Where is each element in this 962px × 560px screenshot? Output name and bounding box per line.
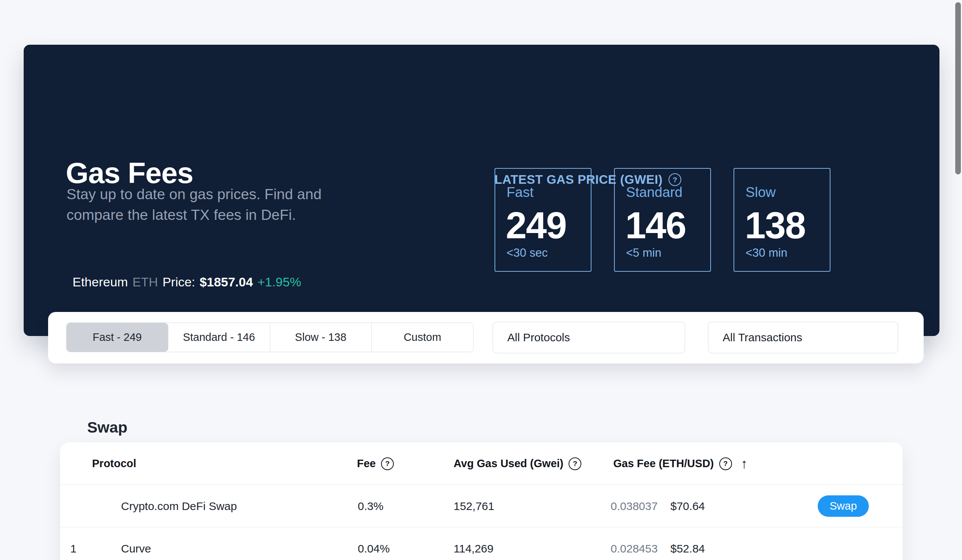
column-header-gas-fee[interactable]: Gas Fee (ETH/USD) ? ↑	[613, 442, 748, 485]
cell-avg-gas-used: 114,269	[454, 527, 493, 560]
gas-card-label: Slow	[746, 184, 776, 200]
transactions-dropdown-value: All Transactions	[723, 331, 802, 344]
column-header-fee: Fee ?	[357, 442, 394, 485]
column-label: Protocol	[92, 457, 136, 470]
eth-symbol: ETH	[132, 275, 158, 289]
cell-gas-fee-eth: 0.028453	[611, 527, 658, 560]
cell-gas-fee-usd: $70.64	[670, 485, 705, 527]
tab-standard[interactable]: Standard - 146	[168, 323, 270, 352]
gas-card-time: <30 sec	[507, 246, 547, 260]
protocols-dropdown[interactable]: All Protocols	[493, 322, 685, 353]
column-label: Avg Gas Used (Gwei)	[454, 457, 563, 470]
gas-price-cards: Fast 249 <30 sec Standard 146 <5 min Slo…	[494, 168, 830, 272]
column-label: Fee	[357, 457, 376, 470]
sort-ascending-icon[interactable]: ↑	[741, 456, 748, 472]
gas-card-value: 146	[625, 207, 686, 244]
eth-name: Ethereum	[73, 275, 128, 289]
gas-card-label: Standard	[626, 184, 683, 200]
cell-avg-gas-used: 152,761	[454, 485, 494, 527]
speed-tabs: Fast - 249 Standard - 146 Slow - 138 Cus…	[66, 323, 473, 352]
column-header-avg-gas-used: Avg Gas Used (Gwei) ?	[454, 442, 581, 485]
cell-fee: 0.04%	[358, 527, 390, 560]
transactions-dropdown[interactable]: All Transactions	[708, 322, 898, 353]
page-title: Gas Fees	[66, 158, 193, 187]
table-header-row: Protocol Fee ? Avg Gas Used (Gwei) ? Gas…	[60, 442, 902, 485]
page-subtitle: Stay up to date on gas prices. Find and …	[66, 184, 322, 225]
scrollbar-thumb[interactable]	[955, 2, 961, 174]
eth-price-change: +1.95%	[257, 275, 301, 289]
cell-protocol: Curve	[121, 527, 151, 560]
help-icon[interactable]: ?	[568, 457, 581, 470]
help-icon[interactable]: ?	[719, 457, 732, 470]
cell-rank: 1	[70, 527, 77, 560]
eth-price-line: Ethereum ETH Price: $1857.04 +1.95%	[73, 275, 301, 289]
eth-price-value: $1857.04	[200, 275, 253, 289]
gas-card-standard: Standard 146 <5 min	[614, 168, 711, 272]
gas-card-value: 249	[506, 207, 566, 244]
price-label: Price:	[162, 275, 195, 289]
tab-slow[interactable]: Slow - 138	[270, 323, 372, 352]
tab-fast[interactable]: Fast - 249	[66, 323, 168, 352]
cell-fee: 0.3%	[358, 485, 383, 527]
protocols-dropdown-value: All Protocols	[507, 331, 570, 344]
gas-card-label: Fast	[507, 184, 534, 200]
swap-table: Protocol Fee ? Avg Gas Used (Gwei) ? Gas…	[60, 442, 902, 560]
hero-panel: Gas Fees Stay up to date on gas prices. …	[24, 45, 939, 336]
cell-protocol: Crypto.com DeFi Swap	[121, 485, 237, 527]
gas-card-slow: Slow 138 <30 min	[734, 168, 830, 272]
subtitle-line-2: compare the latest TX fees in DeFi.	[66, 205, 322, 225]
cell-gas-fee-eth: 0.038037	[611, 485, 658, 527]
section-title-swap: Swap	[87, 419, 128, 436]
gas-card-value: 138	[745, 207, 805, 244]
page: Gas Fees Stay up to date on gas prices. …	[0, 0, 962, 560]
gas-card-time: <5 min	[626, 246, 661, 260]
cell-gas-fee-usd: $52.84	[670, 527, 705, 560]
filter-bar: Fast - 249 Standard - 146 Slow - 138 Cus…	[48, 312, 924, 363]
subtitle-line-1: Stay up to date on gas prices. Find and	[66, 184, 322, 205]
help-icon[interactable]: ?	[381, 457, 394, 470]
gas-card-fast: Fast 249 <30 sec	[494, 168, 591, 272]
tab-custom[interactable]: Custom	[372, 323, 473, 352]
column-label: Gas Fee (ETH/USD)	[613, 457, 714, 470]
table-row[interactable]: Crypto.com DeFi Swap 0.3% 152,761 0.0380…	[60, 485, 902, 527]
gas-card-time: <30 min	[746, 246, 787, 260]
table-row[interactable]: 1 Curve 0.04% 114,269 0.028453 $52.84	[60, 527, 902, 560]
column-header-protocol: Protocol	[92, 442, 136, 485]
swap-button[interactable]: Swap	[818, 495, 869, 517]
